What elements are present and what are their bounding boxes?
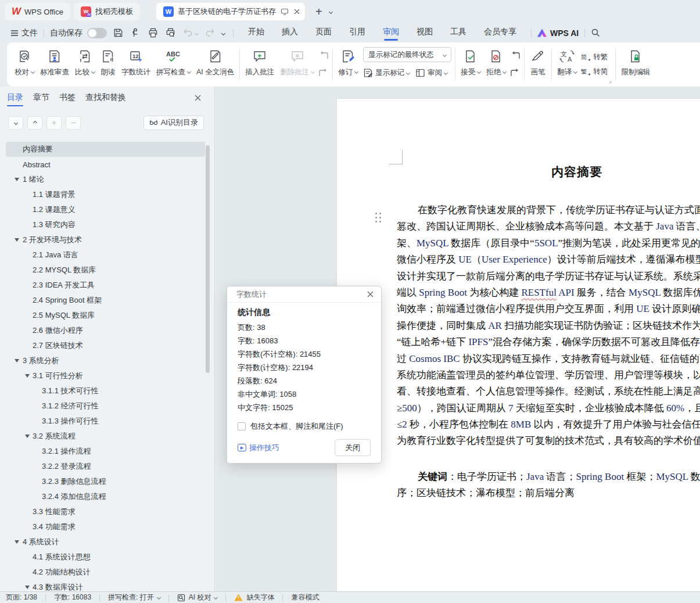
insert-comment-button[interactable]: 插入批注 xyxy=(242,42,277,87)
previous-change-button[interactable] xyxy=(510,51,520,60)
toc-item[interactable]: 2.3 IDEA 开发工具 xyxy=(6,278,205,293)
toc-item[interactable]: 1.2 课题意义 xyxy=(6,202,205,217)
tab-docer-templates[interactable]: WAI 找稻壳模板 xyxy=(74,3,140,20)
toc-item[interactable]: 4 系统设计 xyxy=(6,534,205,550)
autosave-toggle[interactable] xyxy=(87,28,107,38)
tab-list-dropdown[interactable] xyxy=(329,6,332,17)
menu-item-会员专享[interactable]: 会员专享 xyxy=(484,27,516,39)
compare-button[interactable]: 比较 xyxy=(72,42,98,87)
next-change-button[interactable] xyxy=(510,69,520,78)
ai-polish-button[interactable]: AI 全文润色 xyxy=(193,42,237,87)
toc-item[interactable]: 3.2.4 添加信息流程 xyxy=(6,489,205,504)
undo-button[interactable] xyxy=(182,27,193,38)
tab-session-icon[interactable] xyxy=(281,8,289,16)
menu-item-审阅[interactable]: 审阅 xyxy=(383,27,399,39)
ai-proofread-status[interactable]: AI 校对 xyxy=(177,593,218,602)
sidebar-tab-bookmarks[interactable]: 书签 xyxy=(59,92,76,106)
menu-item-视图[interactable]: 视图 xyxy=(417,27,433,39)
zoom-out-toc-button[interactable]: − xyxy=(66,116,81,130)
menu-item-插入[interactable]: 插入 xyxy=(282,27,298,39)
toc-item[interactable]: 3.2.1 操作流程 xyxy=(6,444,205,459)
new-tab-button[interactable]: + xyxy=(315,5,322,19)
to-traditional-button[interactable]: 简 转繁 xyxy=(581,52,608,62)
print-preview-button[interactable] xyxy=(165,27,176,38)
spell-check-button[interactable]: ABC 拼写检查 xyxy=(153,42,193,87)
toc-item[interactable]: 内容摘要 xyxy=(6,142,205,157)
markup-state-select[interactable]: 显示标记的最终状态 xyxy=(363,47,451,62)
translate-button[interactable]: 文A 翻译 xyxy=(554,42,580,87)
toc-collapse-arrow[interactable] xyxy=(25,374,30,378)
translate-group-expander[interactable]: ⌟ xyxy=(609,77,612,84)
toc-collapse-arrow[interactable] xyxy=(15,359,19,362)
paragraph-drag-handle[interactable] xyxy=(375,213,383,225)
sidebar-tab-toc[interactable]: 目录 xyxy=(7,92,23,106)
sidebar-scrollbar[interactable] xyxy=(206,145,210,373)
zoom-in-toc-button[interactable]: + xyxy=(46,116,62,130)
sidebar-close-icon[interactable] xyxy=(194,94,202,105)
toc-item[interactable]: 3.1.2 经济可行性 xyxy=(6,399,205,414)
toc-collapse-arrow[interactable] xyxy=(15,178,19,181)
toc-item[interactable]: 4.3 数据库设计 xyxy=(6,580,205,591)
dialog-title-bar[interactable]: 字数统计 xyxy=(227,286,381,303)
tips-link[interactable]: ▶ 操作技巧 xyxy=(238,443,279,453)
dialog-close-icon[interactable] xyxy=(367,290,374,298)
toc-item[interactable]: 3.1.3 操作可行性 xyxy=(6,414,205,429)
toc-item[interactable]: 2.4 Spring Boot 框架 xyxy=(6,293,205,308)
standard-review-button[interactable]: 标准审查 xyxy=(37,42,72,87)
search-icon[interactable] xyxy=(591,28,601,38)
expand-all-button[interactable] xyxy=(8,116,23,130)
toc-item[interactable]: 2.6 微信小程序 xyxy=(6,323,205,338)
toc-item[interactable]: Abstract xyxy=(6,157,205,172)
toc-item[interactable]: 2.5 MySQL 数据库 xyxy=(6,308,205,323)
toc-item[interactable]: 1.3 研究内容 xyxy=(6,217,205,232)
toolbar-dropdown[interactable] xyxy=(222,28,225,38)
toc-item[interactable]: 3.3 性能需求 xyxy=(6,504,205,519)
wps-ai-button[interactable]: WPS AI xyxy=(537,28,579,38)
spell-check-status[interactable]: 拼写检查: 打开 xyxy=(108,593,160,602)
track-changes-button[interactable]: 修订 xyxy=(335,42,361,87)
compat-mode-indicator[interactable]: 兼容模式 xyxy=(291,593,319,602)
toc-item[interactable]: 2.2 MYSQL 数据库 xyxy=(6,263,205,278)
show-markup-button[interactable]: 显示标记 xyxy=(363,68,410,78)
toc-item[interactable]: 2.1 Java 语言 xyxy=(6,247,205,263)
undo-dropdown[interactable] xyxy=(195,28,198,38)
pen-button[interactable]: 画笔 xyxy=(527,42,549,87)
sidebar-tab-find-replace[interactable]: 查找和替换 xyxy=(85,92,126,106)
toc-item[interactable]: 3.1 可行性分析 xyxy=(6,368,205,383)
missing-font-warning[interactable]: 缺失字体 xyxy=(234,593,274,602)
document-page[interactable]: 内容摘要 在数字化教育快速发展的背景下，传统学历证书存证与认证方式面临中篡改、跨… xyxy=(337,99,700,591)
sidebar-tab-chapters[interactable]: 章节 xyxy=(33,92,49,106)
tab-wps-office[interactable]: W WPS Office xyxy=(5,3,70,20)
menu-item-页面[interactable]: 页面 xyxy=(315,27,332,39)
to-simplified-button[interactable]: 繁 转简 xyxy=(581,67,608,77)
ai-recognize-toc-button[interactable]: AI识别目录 xyxy=(143,116,204,130)
previous-comment-button[interactable] xyxy=(318,51,329,60)
restrict-edit-button[interactable]: 限制编辑 xyxy=(618,42,653,87)
toc-collapse-arrow[interactable] xyxy=(25,435,30,438)
redo-button[interactable] xyxy=(204,27,216,38)
word-count-button[interactable]: 12 字数统计 xyxy=(119,42,153,87)
read-aloud-button[interactable]: 朗读 xyxy=(98,42,119,87)
reject-button[interactable]: 拒绝 xyxy=(483,42,509,87)
tab-document[interactable]: W 基于区块链的电子学历证书存 xyxy=(156,3,305,20)
dialog-close-button[interactable]: 关闭 xyxy=(335,439,371,456)
toc-item[interactable]: 3.2.3 删除信息流程 xyxy=(6,474,205,489)
toc-collapse-arrow[interactable] xyxy=(25,586,30,589)
toc-item[interactable]: 3 系统分析 xyxy=(6,353,205,368)
menu-item-工具[interactable]: 工具 xyxy=(450,27,466,39)
export-pdf-button[interactable] xyxy=(130,27,141,38)
menu-item-开始[interactable]: 开始 xyxy=(248,27,264,39)
word-count-indicator[interactable]: 字数: 16083 xyxy=(54,593,91,602)
delete-comment-button[interactable]: 删除批注 xyxy=(277,42,317,87)
print-button[interactable] xyxy=(148,27,159,38)
menu-item-引用[interactable]: 引用 xyxy=(349,27,365,39)
toc-item[interactable]: 1 绪论 xyxy=(6,172,205,187)
toc-collapse-arrow[interactable] xyxy=(15,238,19,242)
include-footnotes-checkbox[interactable] xyxy=(238,422,246,430)
next-comment-button[interactable] xyxy=(318,69,329,78)
toc-item[interactable]: 4.1 系统设计思想 xyxy=(6,550,205,565)
review-pane-button[interactable]: 审阅 xyxy=(415,68,447,78)
toc-item[interactable]: 3.1.1 技术可行性 xyxy=(6,383,205,399)
file-menu[interactable]: 文件 xyxy=(10,28,38,38)
toc-item[interactable]: 2.7 区块链技术 xyxy=(6,338,205,353)
